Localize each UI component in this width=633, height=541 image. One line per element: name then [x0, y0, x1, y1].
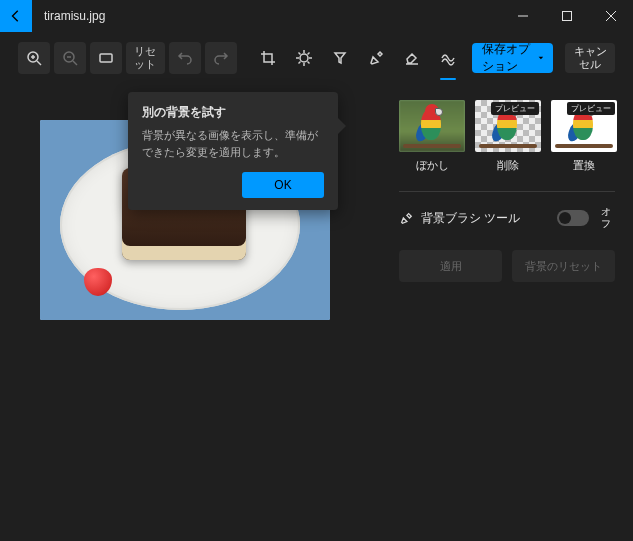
tooltip-title: 別の背景を試す: [142, 104, 324, 121]
svg-line-18: [308, 62, 310, 64]
save-options-label: 保存オプション: [482, 41, 531, 75]
window-title: tiramisu.jpg: [32, 9, 501, 23]
brush-icon: [399, 211, 413, 225]
svg-line-9: [73, 61, 77, 65]
bg-option-label: ぼかし: [399, 158, 465, 173]
svg-point-12: [300, 54, 308, 62]
save-options-button[interactable]: 保存オプション: [472, 43, 553, 73]
brush-tool-label: 背景ブラシ ツール: [421, 210, 549, 227]
cancel-button[interactable]: キャンセル: [565, 43, 615, 73]
erase-tool-button[interactable]: [396, 42, 428, 74]
adjust-tool-button[interactable]: [288, 42, 320, 74]
svg-line-19: [299, 62, 301, 64]
preview-badge: プレビュー: [567, 102, 615, 115]
maximize-button[interactable]: [545, 0, 589, 32]
tooltip-ok-button[interactable]: OK: [242, 172, 324, 198]
hint-tooltip: 別の背景を試す 背景が異なる画像を表示し、準備ができたら変更を適用します。 OK: [128, 92, 338, 210]
tooltip-body: 背景が異なる画像を表示し、準備ができたら変更を適用します。: [142, 127, 324, 160]
bg-option-replace[interactable]: プレビュー 置換: [551, 100, 617, 173]
bg-option-remove[interactable]: プレビュー 削除: [475, 100, 541, 173]
zoom-in-button[interactable]: [18, 42, 50, 74]
svg-line-17: [299, 53, 301, 55]
chevron-down-icon: [538, 53, 544, 63]
redo-button[interactable]: [205, 42, 237, 74]
divider: [399, 191, 615, 192]
reset-background-button[interactable]: 背景のリセット: [512, 250, 615, 282]
markup-tool-button[interactable]: [360, 42, 392, 74]
svg-line-5: [37, 61, 41, 65]
crop-tool-button[interactable]: [252, 42, 284, 74]
bg-option-label: 置換: [551, 158, 617, 173]
bg-option-label: 削除: [475, 158, 541, 173]
svg-rect-11: [100, 54, 112, 62]
image-canvas[interactable]: 別の背景を試す 背景が異なる画像を表示し、準備ができたら変更を適用します。 OK: [0, 84, 381, 541]
zoom-out-button[interactable]: [54, 42, 86, 74]
brush-toggle[interactable]: [557, 210, 589, 226]
filter-tool-button[interactable]: [324, 42, 356, 74]
close-button[interactable]: [589, 0, 633, 32]
minimize-button[interactable]: [501, 0, 545, 32]
brush-toggle-state: オフ: [597, 206, 615, 230]
preview-badge: プレビュー: [491, 102, 539, 115]
back-button[interactable]: [0, 0, 32, 32]
zoom-fit-button[interactable]: [90, 42, 122, 74]
background-panel: ぼかし プレビュー 削除 プレビュー 置換 背景ブラシ ツール オフ 適用 背景…: [381, 84, 633, 541]
undo-button[interactable]: [169, 42, 201, 74]
bg-option-blur[interactable]: ぼかし: [399, 100, 465, 173]
background-tool-button[interactable]: [432, 42, 464, 74]
svg-line-20: [308, 53, 310, 55]
apply-button[interactable]: 適用: [399, 250, 502, 282]
reset-button[interactable]: リセット: [126, 42, 165, 74]
svg-rect-1: [563, 12, 572, 21]
